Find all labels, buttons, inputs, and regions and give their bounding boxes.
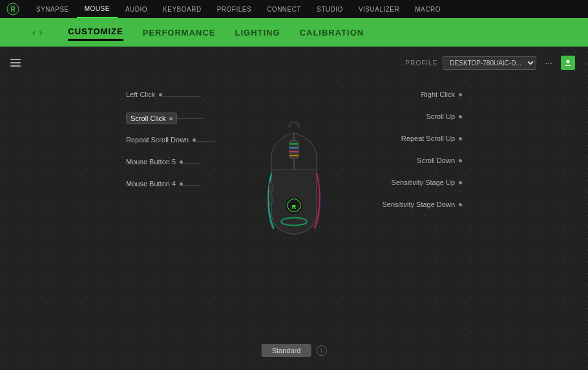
right-click-dot (459, 93, 462, 96)
mouse-image-container: R (258, 122, 330, 244)
repeat-scroll-up-text: Repeat Scroll Up (401, 135, 455, 142)
mouse-button-4-connector (183, 185, 201, 186)
mouse-button-4-label-group: Mouse Button 4 (126, 180, 183, 188)
mouse-button-5-dot (180, 160, 183, 164)
svg-rect-13 (289, 155, 299, 157)
svg-point-2 (567, 60, 570, 63)
scroll-down-dot (459, 159, 462, 162)
left-click-dot (159, 93, 162, 96)
mouse-button-5-label-group: Mouse Button 5 (126, 158, 183, 166)
nav-macro[interactable]: MACRO (407, 0, 448, 18)
sensitivity-up-dot (459, 181, 462, 184)
repeat-scroll-down-connector (196, 141, 215, 142)
nav-synapse[interactable]: SYNAPSE (28, 0, 77, 18)
standard-area: Standard i (262, 344, 327, 357)
sensitivity-down-button[interactable]: Sensitivity Stage Down (383, 201, 463, 208)
svg-rect-18 (269, 183, 273, 192)
scroll-click-text: Scroll Click (131, 114, 165, 122)
nav-mouse[interactable]: MOUSE (77, 0, 118, 18)
sensitivity-down-text: Sensitivity Stage Down (383, 201, 456, 208)
razer-logo-icon: R (6, 3, 19, 16)
main-content: PROFILE DESKTOP-780UAIC-D... ··· Left Cl… (0, 47, 588, 370)
scroll-click-button[interactable]: Scroll Click (126, 113, 177, 124)
hamburger-line (10, 62, 21, 63)
left-click-text: Left Click (126, 91, 155, 98)
more-options-button[interactable]: ··· (541, 56, 556, 69)
scroll-click-connector (177, 118, 203, 119)
tab-calibration[interactable]: CALIBRATION (300, 25, 364, 40)
scroll-click-label-group: Scroll Click (126, 113, 177, 124)
nav-arrows: ‹ › (32, 27, 42, 38)
repeat-scroll-up-dot (459, 137, 462, 140)
profile-select[interactable]: DESKTOP-780UAIC-D... (443, 56, 536, 70)
svg-rect-19 (269, 195, 273, 204)
repeat-scroll-up-label-group: Repeat Scroll Up (401, 135, 462, 142)
nav-visualizer[interactable]: VISUALIZER (351, 0, 407, 18)
sensitivity-up-button[interactable]: Sensitivity Stage Up (392, 179, 462, 186)
repeat-scroll-down-button[interactable]: Repeat Scroll Down (126, 136, 196, 144)
left-click-button[interactable]: Left Click (126, 91, 162, 98)
mouse-button-4-dot (180, 182, 183, 186)
scroll-up-text: Scroll Up (426, 113, 455, 120)
mouse-button-5-button[interactable]: Mouse Button 5 (126, 158, 183, 166)
svg-rect-11 (289, 147, 299, 149)
tab-lighting[interactable]: LIGHTING (235, 25, 280, 40)
scroll-down-text: Scroll Down (417, 157, 455, 164)
hamburger-menu[interactable] (10, 57, 21, 69)
mouse-button-4-button[interactable]: Mouse Button 4 (126, 180, 183, 188)
svg-text:R: R (292, 204, 297, 210)
nav-keyboard[interactable]: KEYBOARD (155, 0, 209, 18)
sensitivity-down-dot (459, 203, 462, 206)
mouse-diagram-area: Left Click Scroll Click (113, 85, 475, 279)
nav-items: SYNAPSE MOUSE AUDIO KEYBOARD PROFILES CO… (28, 0, 448, 18)
scroll-up-dot (459, 115, 462, 118)
info-icon[interactable]: i (316, 345, 326, 356)
profile-icon[interactable] (561, 56, 575, 70)
scroll-up-button[interactable]: Scroll Up (426, 113, 462, 120)
svg-rect-10 (289, 144, 299, 145)
mouse-button-5-connector (183, 163, 201, 164)
scroll-up-label-group: Scroll Up (426, 113, 462, 120)
right-click-button[interactable]: Right Click (421, 91, 462, 98)
repeat-scroll-down-text: Repeat Scroll Down (126, 136, 189, 144)
tab-performance[interactable]: PERFORMANCE (143, 25, 216, 40)
scroll-click-dot (169, 117, 173, 120)
scroll-down-label-group: Scroll Down (417, 157, 462, 164)
nav-back-arrow[interactable]: ‹ (32, 27, 36, 38)
scroll-down-button[interactable]: Scroll Down (417, 157, 462, 164)
tab-customize[interactable]: CUSTOMIZE (68, 24, 123, 41)
mouse-button-5-text: Mouse Button 5 (126, 158, 176, 166)
repeat-scroll-down-dot (193, 138, 196, 142)
mouse-image-svg: R (258, 122, 330, 241)
profile-row: PROFILE DESKTOP-780UAIC-D... ··· (406, 56, 575, 70)
svg-rect-12 (289, 151, 299, 153)
right-click-label-group: Right Click (421, 91, 462, 98)
left-click-connector (162, 96, 201, 97)
profile-label: PROFILE (406, 60, 438, 67)
mouse-button-4-text: Mouse Button 4 (126, 180, 176, 188)
hamburger-line (10, 59, 21, 60)
profile-icon-svg (564, 59, 572, 67)
sensitivity-up-label-group: Sensitivity Stage Up (392, 179, 462, 186)
nav-forward-arrow[interactable]: › (39, 27, 43, 38)
svg-text:R: R (10, 6, 16, 13)
top-navigation: R SYNAPSE MOUSE AUDIO KEYBOARD PROFILES … (0, 0, 588, 18)
nav-profiles[interactable]: PROFILES (209, 0, 259, 18)
nav-studio[interactable]: STUDIO (309, 0, 351, 18)
sensitivity-down-label-group: Sensitivity Stage Down (383, 201, 463, 208)
standard-button[interactable]: Standard (262, 344, 311, 357)
tab-bar: ‹ › CUSTOMIZE PERFORMANCE LIGHTING CALIB… (0, 18, 588, 47)
hamburger-line (10, 65, 21, 67)
sensitivity-up-text: Sensitivity Stage Up (392, 179, 455, 186)
nav-connect[interactable]: CONNECT (259, 0, 309, 18)
nav-audio[interactable]: AUDIO (118, 0, 155, 18)
right-click-text: Right Click (421, 91, 455, 98)
left-click-label-group: Left Click (126, 91, 162, 98)
repeat-scroll-down-label-group: Repeat Scroll Down (126, 136, 196, 144)
repeat-scroll-up-button[interactable]: Repeat Scroll Up (401, 135, 462, 142)
